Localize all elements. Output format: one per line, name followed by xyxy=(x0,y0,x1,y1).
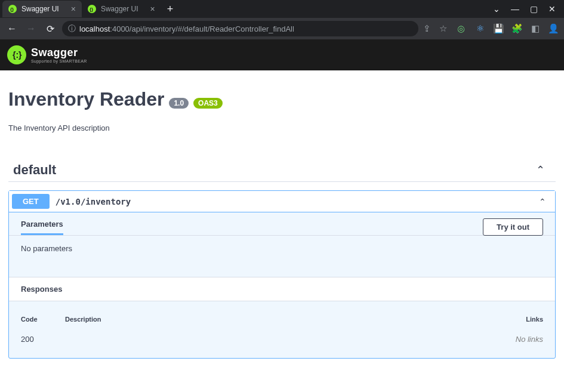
svg-text:{}: {} xyxy=(90,7,93,12)
site-info-icon[interactable]: ⓘ xyxy=(68,23,76,34)
version-badge: 1.0 xyxy=(169,98,189,109)
response-desc xyxy=(65,335,495,344)
forward-button[interactable]: → xyxy=(24,23,38,34)
operation-summary[interactable]: GET /v1.0/inventory ⌃ xyxy=(9,191,555,212)
brand-text: Swagger xyxy=(31,47,87,59)
col-desc-header: Description xyxy=(65,316,495,323)
close-tab-icon[interactable]: × xyxy=(71,4,76,14)
swagger-logo-icon: {:} xyxy=(7,45,26,64)
browser-tab-bar: {} Swagger UI × {} Swagger UI × + ⌄ — ▢ … xyxy=(0,0,564,18)
extension-icon[interactable]: ◎ xyxy=(455,23,466,34)
side-panel-icon[interactable]: ◧ xyxy=(531,23,540,34)
response-row: 200 No links xyxy=(21,329,543,350)
parameters-label: Parameters xyxy=(21,220,63,235)
window-controls: ⌄ — ▢ ✕ xyxy=(493,4,562,14)
address-bar: ← → ⟳ ⓘ localhost:4000/api/inventory/#/d… xyxy=(0,18,564,39)
back-button[interactable]: ← xyxy=(5,23,19,34)
extension-save-icon[interactable]: 💾 xyxy=(494,24,503,33)
brand-subtext: Supported by SMARTBEAR xyxy=(31,59,87,63)
chevron-up-icon: ⌃ xyxy=(539,197,552,206)
new-tab-button[interactable]: + xyxy=(161,3,180,16)
url-host: localhost xyxy=(79,24,110,33)
parameters-body: No parameters xyxy=(9,235,555,277)
url-path: :4000/api/inventory/#/default/ReaderCont… xyxy=(110,24,294,33)
oas-badge: OAS3 xyxy=(193,98,223,109)
svg-text:{:}: {:} xyxy=(13,50,22,60)
reload-button[interactable]: ⟳ xyxy=(43,23,57,35)
minimize-icon[interactable]: — xyxy=(511,4,519,14)
method-badge: GET xyxy=(12,194,50,209)
responses-table: Code Description Links 200 No links xyxy=(9,301,555,358)
browser-tab-inactive[interactable]: {} Swagger UI × xyxy=(82,1,161,17)
share-icon[interactable]: ⇪ xyxy=(423,23,431,34)
url-input[interactable]: ⓘ localhost:4000/api/inventory/#/default… xyxy=(62,21,418,36)
maximize-icon[interactable]: ▢ xyxy=(530,4,538,14)
profile-icon[interactable]: 👤 xyxy=(548,23,559,34)
response-links: No links xyxy=(495,335,543,344)
swagger-logo[interactable]: {:} Swagger Supported by SMARTBEAR xyxy=(7,45,87,64)
close-tab-icon[interactable]: × xyxy=(150,4,155,14)
col-code-header: Code xyxy=(21,316,65,323)
swagger-favicon-icon: {} xyxy=(8,5,17,13)
responses-label: Responses xyxy=(9,277,555,301)
swagger-favicon-icon: {} xyxy=(88,5,96,13)
tab-title: Swagger UI xyxy=(21,5,59,13)
response-code: 200 xyxy=(21,335,65,344)
close-window-icon[interactable]: ✕ xyxy=(548,4,556,14)
svg-text:{}: {} xyxy=(10,7,14,12)
chevron-down-icon[interactable]: ⌄ xyxy=(493,4,500,14)
browser-tab-active[interactable]: {} Swagger UI × xyxy=(2,1,82,17)
col-links-header: Links xyxy=(495,316,543,323)
extension-icon[interactable]: ⚛ xyxy=(474,23,485,34)
tag-name: default xyxy=(8,162,56,178)
api-description: The Inventory API description xyxy=(8,124,556,132)
bookmark-icon[interactable]: ☆ xyxy=(439,23,447,34)
api-title: Inventory Reader xyxy=(8,88,164,110)
tag-header[interactable]: default ⌃ xyxy=(8,162,556,182)
tab-title: Swagger UI xyxy=(101,5,138,13)
operation-block: GET /v1.0/inventory ⌃ Parameters Try it … xyxy=(8,190,556,359)
swagger-header: {:} Swagger Supported by SMARTBEAR xyxy=(0,39,564,70)
try-it-out-button[interactable]: Try it out xyxy=(483,218,543,236)
operation-path: /v1.0/inventory xyxy=(56,197,131,206)
extensions-icon[interactable]: 🧩 xyxy=(511,23,523,34)
chevron-up-icon: ⌃ xyxy=(536,163,556,177)
